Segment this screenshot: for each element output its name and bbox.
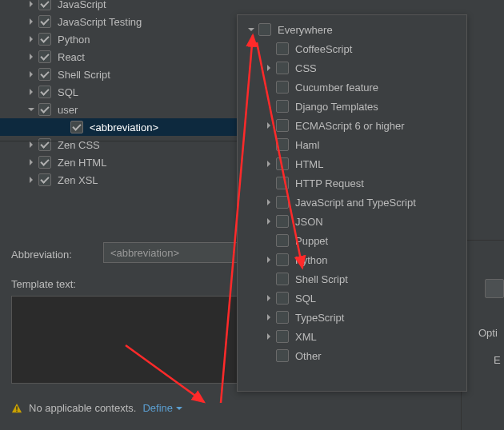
context-item-typescript[interactable]: TypeScript: [238, 308, 466, 327]
template-text-editor[interactable]: [11, 296, 253, 384]
chevron-right-icon[interactable]: [262, 253, 276, 267]
tree-item--abbreviation-[interactable]: <abbreviation>: [0, 118, 240, 136]
tree-item-user[interactable]: user: [0, 101, 240, 118]
context-item-json[interactable]: JSON: [238, 212, 466, 231]
tree-item-sql[interactable]: SQL: [0, 83, 240, 101]
chevron-right-icon[interactable]: [24, 0, 38, 11]
context-item-everywhere[interactable]: Everywhere: [238, 20, 466, 39]
context-item-http-request[interactable]: HTTP Request: [238, 173, 466, 193]
chevron-right-icon[interactable]: [262, 214, 276, 229]
context-item-coffeescript[interactable]: CoffeeScript: [238, 39, 466, 58]
checkbox[interactable]: [276, 273, 289, 285]
chevron-right-icon[interactable]: [262, 157, 276, 171]
abbreviation-input[interactable]: [103, 242, 252, 263]
context-item-css[interactable]: CSS: [238, 58, 466, 78]
define-link[interactable]: Define: [142, 402, 182, 414]
checkbox[interactable]: [276, 253, 289, 266]
tree-item-label: JavaScript: [58, 0, 106, 10]
template-text-label: Template text:: [11, 278, 76, 290]
checkbox[interactable]: [276, 177, 289, 189]
warning-icon: [11, 403, 22, 414]
context-item-label: Puppet: [295, 235, 328, 247]
chevron-right-icon[interactable]: [24, 85, 38, 99]
checkbox[interactable]: [276, 215, 289, 228]
checkbox[interactable]: [38, 68, 51, 81]
context-item-javascript-and-typescript[interactable]: JavaScript and TypeScript: [238, 193, 466, 212]
tree-item-python[interactable]: Python: [0, 30, 240, 48]
chevron-right-icon[interactable]: [262, 291, 276, 305]
context-item-label: Haml: [295, 139, 319, 151]
context-item-label: CoffeeScript: [295, 43, 352, 55]
checkbox[interactable]: [38, 0, 51, 10]
abbreviation-label: Abbreviation:: [11, 249, 72, 261]
tree-item-react[interactable]: React: [0, 48, 240, 66]
checkbox[interactable]: [276, 196, 289, 209]
context-item-puppet[interactable]: Puppet: [238, 231, 466, 250]
checkbox[interactable]: [38, 86, 51, 98]
context-item-django-templates[interactable]: Django Templates: [238, 97, 466, 116]
checkbox[interactable]: [276, 311, 289, 324]
checkbox[interactable]: [38, 15, 51, 28]
context-item-label: TypeScript: [295, 312, 344, 324]
checkbox[interactable]: [276, 81, 289, 94]
chevron-right-icon[interactable]: [24, 67, 38, 82]
checkbox[interactable]: [276, 62, 289, 74]
checkbox[interactable]: [276, 100, 289, 113]
chevron-right-icon[interactable]: [262, 329, 276, 344]
chevron-down-icon: [176, 405, 182, 412]
context-item-haml[interactable]: Haml: [238, 135, 466, 154]
context-item-xml[interactable]: XML: [238, 327, 466, 346]
checkbox[interactable]: [38, 33, 51, 46]
chevron-right-icon[interactable]: [24, 14, 38, 29]
context-item-label: XML: [295, 331, 317, 343]
chevron-down-icon[interactable]: [244, 22, 258, 37]
chevron-right-icon[interactable]: [262, 195, 276, 209]
checkbox[interactable]: [276, 42, 289, 55]
chevron-right-icon[interactable]: [24, 50, 38, 64]
context-popup[interactable]: EverywhereCoffeeScriptCSSCucumber featur…: [237, 14, 467, 392]
tree-item-zen-xsl[interactable]: Zen XSL: [0, 171, 240, 189]
checkbox[interactable]: [276, 349, 289, 362]
chevron-right-icon[interactable]: [262, 310, 276, 324]
chevron-right-icon[interactable]: [24, 137, 38, 152]
checkbox[interactable]: [276, 292, 289, 305]
checkbox[interactable]: [258, 23, 271, 36]
context-item-other[interactable]: Other: [238, 346, 466, 365]
tree-item-label: Python: [58, 34, 90, 46]
tree-item-javascript-testing[interactable]: JavaScript Testing: [0, 13, 240, 30]
context-item-sql[interactable]: SQL: [238, 289, 466, 308]
checkbox[interactable]: [276, 330, 289, 343]
chevron-right-icon[interactable]: [24, 155, 38, 169]
checkbox[interactable]: [38, 50, 51, 63]
tree-item-zen-css[interactable]: Zen CSS: [0, 136, 240, 153]
chevron-right-icon[interactable]: [262, 61, 276, 75]
checkbox[interactable]: [70, 121, 83, 133]
context-item-python[interactable]: Python: [238, 250, 466, 269]
chevron-right-icon[interactable]: [262, 118, 276, 133]
chevron-right-icon[interactable]: [24, 173, 38, 187]
checkbox[interactable]: [38, 103, 51, 116]
context-item-shell-script[interactable]: Shell Script: [238, 269, 466, 289]
tree-item-label: JavaScript Testing: [58, 16, 142, 28]
checkbox[interactable]: [276, 157, 289, 170]
chevron-down-icon[interactable]: [24, 102, 38, 117]
context-item-label: Django Templates: [295, 101, 378, 113]
checkbox[interactable]: [38, 156, 51, 169]
tree-item-shell-script[interactable]: Shell Script: [0, 66, 240, 83]
svg-rect-0: [16, 406, 17, 409]
checkbox[interactable]: [276, 138, 289, 151]
context-item-ecmascript-6-or-higher[interactable]: ECMAScript 6 or higher: [238, 116, 466, 135]
context-item-label: ECMAScript 6 or higher: [295, 120, 405, 132]
context-item-label: JSON: [295, 216, 323, 228]
context-item-html[interactable]: HTML: [238, 154, 466, 173]
tree-item-javascript[interactable]: JavaScript: [0, 0, 240, 13]
checkbox[interactable]: [276, 119, 289, 132]
context-item-cucumber-feature[interactable]: Cucumber feature: [238, 78, 466, 97]
chevron-right-icon[interactable]: [24, 32, 38, 46]
side-button[interactable]: [485, 279, 504, 298]
context-item-label: Python: [295, 254, 327, 266]
context-item-label: JavaScript and TypeScript: [295, 197, 416, 209]
checkbox[interactable]: [276, 234, 289, 247]
tree-item-zen-html[interactable]: Zen HTML: [0, 153, 240, 171]
checkbox[interactable]: [38, 173, 51, 186]
